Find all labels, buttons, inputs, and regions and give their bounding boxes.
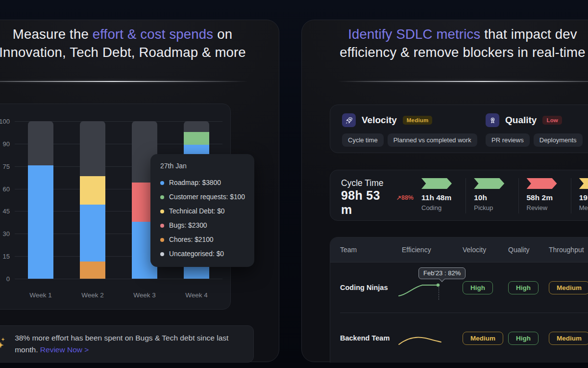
velocity-badge: Medium: [403, 116, 433, 125]
cycle-stages: 11h 48m Coding 10h Pickup 58h 2m Review …: [414, 178, 588, 213]
chores-dot-icon: [160, 238, 164, 242]
bar-week-1[interactable]: [28, 121, 53, 279]
team-name: Backend Team: [340, 334, 402, 342]
chip-deployments[interactable]: Deployments: [534, 133, 583, 147]
teams-table-card: Team Efficiency Velocity Quality Through…: [330, 237, 588, 363]
chip-cycle-time[interactable]: Cycle time: [342, 133, 384, 147]
velocity-pill: High: [463, 281, 493, 294]
team-name: Coding Ninjas: [340, 284, 402, 291]
sdlc-metrics-panel: Identify SDLC metrics that impact dev ef…: [301, 20, 588, 362]
col-team: Team: [340, 246, 402, 254]
right-heading-accent: Identify SDLC metrics: [348, 26, 480, 42]
y-tick: 100: [0, 118, 10, 125]
tooltip-item: Technical Debt: $0: [160, 204, 245, 218]
cost-spends-panel: Measure the effort & cost spends on Inno…: [0, 20, 279, 362]
chip-planned-vs-completed[interactable]: Planned vs completed work: [388, 133, 477, 147]
stage-merge: 19h 1m Merge: [571, 178, 588, 213]
y-tick: 15: [0, 253, 10, 260]
y-tick: 60: [0, 185, 10, 192]
tooltip-date: 27th Jan: [160, 162, 245, 170]
velocity-title: Velocity: [362, 115, 397, 126]
insight-text: 38% more effort has been spent on Bugs &…: [15, 332, 241, 356]
table-row-backend-team[interactable]: Backend Team Medium High Medium: [330, 313, 588, 363]
stage-review: 58h 2m Review: [518, 178, 571, 213]
stage-arrow-icon: [421, 178, 452, 189]
rocket-icon: [342, 113, 356, 127]
quality-title: Quality: [505, 115, 537, 126]
left-heading: Measure the effort & cost spends on Inno…: [0, 25, 246, 61]
col-velocity: Velocity: [463, 246, 508, 254]
insight-card: 38% more effort has been spent on Bugs &…: [0, 325, 254, 363]
sparkline-green: [398, 281, 445, 299]
stage-arrow-icon: [527, 178, 557, 189]
week-label: Week 4: [185, 291, 208, 299]
week-label: Week 1: [29, 291, 52, 299]
y-tick: 30: [0, 230, 10, 237]
y-tick: 45: [0, 208, 10, 215]
tooltip-item: Chores: $2100: [160, 233, 245, 247]
quality-section: Quality Low PR reviews Deployments: [486, 113, 588, 153]
tooltip-item: Roadmap: $3800: [160, 176, 245, 190]
cycle-time-title: Cycle Time: [341, 178, 414, 188]
quality-badge: Low: [542, 116, 562, 125]
medal-icon: [486, 113, 499, 127]
left-heading-accent: effort & cost spends: [93, 26, 214, 42]
review-now-link[interactable]: Review Now >: [40, 345, 89, 354]
week-label: Week 3: [133, 291, 156, 299]
stage-coding: 11h 48m Coding: [414, 178, 466, 213]
week-label: Week 2: [81, 291, 104, 299]
cycle-time-summary: Cycle Time 98h 53 m ↗88%: [341, 178, 414, 213]
stage-arrow-icon: [474, 178, 504, 189]
sparkline-yellow: [398, 332, 445, 347]
left-heading-pre: Measure the: [13, 26, 93, 42]
velocity-section: Velocity Medium Cycle time Planned vs co…: [342, 113, 486, 153]
y-tick: 0: [0, 275, 10, 283]
tooltip-item: Customer requests: $100: [160, 190, 245, 204]
right-divider-glow: [337, 81, 588, 82]
tooltip-item: Uncategorised: $0: [160, 247, 245, 261]
velocity-pill: Medium: [463, 332, 503, 345]
landing-screenshot: { "left_panel": { "heading": { "pre": "M…: [0, 0, 588, 368]
stage-pickup: 10h Pickup: [466, 178, 518, 213]
stage-arrow-icon: [579, 178, 588, 189]
trend-up-icon: ↗: [396, 194, 401, 201]
right-heading: Identify SDLC metrics that impact dev ef…: [328, 25, 588, 61]
table-row-coding-ninjas[interactable]: Coding Ninjas Feb'23 : 82% High High Med…: [330, 263, 588, 313]
metrics-overview-card: Velocity Medium Cycle time Planned vs co…: [330, 105, 588, 153]
bugs-dot-icon: [160, 224, 164, 228]
efficiency-sparkline: [402, 313, 463, 363]
y-tick: 90: [0, 140, 10, 147]
customer-requests-dot-icon: [160, 195, 164, 199]
roadmap-dot-icon: [160, 181, 164, 185]
throughput-pill: Medium: [549, 332, 588, 345]
quality-pill: High: [508, 332, 539, 345]
cycle-time-delta: ↗88%: [396, 194, 414, 201]
tooltip-item: Bugs: $2300: [160, 218, 245, 233]
uncategorised-dot-icon: [160, 252, 164, 256]
col-efficiency: Efficiency: [402, 246, 463, 254]
sparkline-dash-line: [439, 287, 439, 300]
cycle-time-total: 98h 53 m: [341, 188, 392, 217]
left-divider-glow: [0, 81, 248, 82]
table-header: Team Efficiency Velocity Quality Through…: [330, 237, 588, 263]
cycle-time-card: Cycle Time 98h 53 m ↗88% 11h 48m Coding …: [330, 170, 588, 221]
x-axis-labels: Week 1 Week 2 Week 3 Week 4: [15, 291, 222, 299]
chip-pr-reviews[interactable]: PR reviews: [486, 133, 530, 147]
col-throughput: Throughput: [549, 246, 588, 254]
technical-debt-dot-icon: [160, 210, 164, 213]
efficiency-sparkline: Feb'23 : 82%: [402, 263, 463, 313]
sparkles-icon: [0, 336, 6, 352]
throughput-pill: Medium: [549, 281, 588, 294]
sparkline-tooltip: Feb'23 : 82%: [418, 267, 466, 279]
col-quality: Quality: [508, 246, 549, 254]
y-tick: 75: [0, 162, 10, 170]
effort-cost-chart-card: 100 90 75 60 45 30 15 0 Week 1 Week 2 We…: [0, 104, 231, 310]
quality-pill: High: [508, 281, 539, 294]
chart-tooltip: 27th Jan Roadmap: $3800 Customer request…: [150, 154, 254, 267]
bar-week-2[interactable]: [80, 121, 105, 279]
